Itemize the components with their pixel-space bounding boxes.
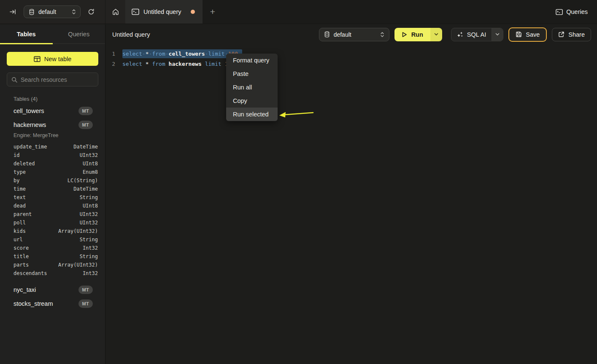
save-icon: [516, 31, 522, 38]
column-type: DateTime: [73, 144, 98, 150]
column-name: time: [14, 186, 26, 192]
table-name: cell_towers: [14, 108, 44, 114]
table-column-row: parent UInt32: [0, 210, 105, 218]
table-item-stocks-stream[interactable]: stocks_stream MT: [0, 297, 105, 310]
app-window: default: [0, 0, 597, 364]
tab-untitled-query[interactable]: Untitled query: [125, 0, 203, 24]
code-token: select: [122, 61, 142, 67]
column-type: UInt8: [83, 161, 98, 167]
sql-editor[interactable]: 1 select·*·from·cell_towers·limit·100· 2…: [106, 44, 597, 69]
column-name: title: [14, 253, 29, 259]
table-name: nyc_taxi: [14, 286, 36, 293]
engine-badge: MT: [78, 121, 93, 129]
code-token: limit: [205, 61, 222, 67]
chevron-down-icon: [495, 33, 500, 36]
queries-top-button[interactable]: Queries: [556, 0, 588, 24]
share-icon: [558, 31, 565, 38]
code-line-1: 1 select·*·from·cell_towers·limit·100·: [106, 49, 597, 59]
refresh-button[interactable]: [88, 8, 95, 15]
chevron-updown-icon: [72, 9, 76, 15]
table-item-cell-towers[interactable]: cell_towers MT: [0, 104, 105, 118]
column-name: id: [14, 152, 19, 158]
share-label: Share: [568, 31, 585, 38]
plus-icon: +: [210, 7, 215, 17]
editor-header: Untitled query default: [106, 24, 597, 44]
column-name: poll: [14, 220, 26, 226]
table-name: hackernews: [14, 121, 46, 128]
code-token: ·: [205, 51, 208, 57]
code-token: ·: [165, 51, 169, 57]
tab-label: Untitled query: [143, 8, 181, 15]
column-type: Array(UInt32): [58, 262, 98, 268]
context-menu-item[interactable]: Paste: [226, 67, 278, 81]
sidebar-tab-queries[interactable]: Queries: [53, 24, 105, 43]
refresh-icon: [88, 8, 95, 15]
table-column-row: parts Array(UInt32): [0, 261, 105, 269]
context-menu-item[interactable]: Run all: [226, 81, 278, 94]
table-column-row: kids Array(UInt32): [0, 227, 105, 235]
run-options-caret[interactable]: [430, 28, 442, 41]
sidebar-collapse-icon: [9, 8, 16, 15]
sql-ai-options-caret[interactable]: [492, 28, 503, 41]
column-type: String: [80, 237, 98, 243]
database-selector-editor[interactable]: default: [319, 28, 389, 41]
context-menu-item[interactable]: Copy: [226, 94, 278, 108]
column-type: UInt32: [80, 220, 98, 226]
code-line-2: 2 select * from hackernews limit 100: [106, 59, 597, 69]
sidebar-tab-queries-label: Queries: [68, 31, 89, 38]
run-button-group: Run: [394, 28, 442, 41]
column-name: url: [14, 237, 23, 243]
share-button[interactable]: Share: [552, 28, 591, 41]
sidebar-tab-tables[interactable]: Tables: [0, 24, 53, 43]
sql-ai-button-group: SQL AI: [451, 28, 503, 41]
sidebar-tab-tables-label: Tables: [17, 31, 36, 38]
hackernews-columns-list: update_time DateTime id UInt32 deleted U…: [0, 143, 105, 278]
sidebar-tabs: Tables Queries: [0, 24, 105, 44]
chevron-updown-icon: [380, 32, 384, 38]
home-button[interactable]: [105, 0, 125, 24]
column-name: deleted: [14, 161, 35, 167]
table-item-nyc-taxi[interactable]: nyc_taxi MT: [0, 283, 105, 297]
column-name: update_time: [14, 144, 47, 150]
column-type: String: [80, 194, 98, 200]
table-column-row: poll UInt32: [0, 218, 105, 227]
context-menu-item[interactable]: Run selected: [226, 108, 278, 121]
database-selector-value: default: [334, 31, 351, 38]
code-token: *: [146, 61, 149, 67]
column-type: UInt32: [80, 211, 98, 217]
column-name: dead: [14, 203, 26, 209]
save-button[interactable]: Save: [508, 27, 547, 42]
chevron-down-icon: [434, 33, 438, 36]
column-type: Int32: [83, 270, 98, 276]
engine-badge: MT: [78, 286, 93, 294]
search-resources-input[interactable]: [21, 76, 97, 83]
table-column-row: title String: [0, 252, 105, 261]
table-item-hackernews[interactable]: hackernews MT: [0, 118, 105, 132]
main-panel: Untitled query default: [106, 24, 597, 364]
top-bar-left: default: [0, 0, 105, 24]
new-tab-button[interactable]: +: [203, 0, 223, 24]
column-type: Enum8: [83, 169, 98, 175]
run-button[interactable]: Run: [394, 28, 430, 41]
sparkles-icon: [457, 31, 463, 38]
table-column-row: text String: [0, 193, 105, 202]
sql-ai-button[interactable]: SQL AI: [451, 28, 492, 41]
table-column-row: descendants Int32: [0, 269, 105, 278]
editor-context-menu: Format queryPasteRun allCopyRun selected: [226, 54, 278, 121]
new-table-label: New table: [44, 56, 71, 62]
code-token: *: [146, 51, 149, 57]
code-token: [142, 61, 146, 67]
table-column-row: url String: [0, 235, 105, 244]
new-table-button[interactable]: New table: [7, 52, 98, 66]
table-name: stocks_stream: [14, 300, 53, 307]
code-token: [202, 61, 205, 67]
collapse-sidebar-button[interactable]: [9, 8, 16, 15]
table-column-row: deleted UInt8: [0, 159, 105, 168]
column-name: descendants: [14, 270, 47, 276]
terminal-icon: [556, 9, 563, 15]
code-text: select·*·from·cell_towers·limit·100·: [122, 49, 242, 59]
context-menu-item[interactable]: Format query: [226, 54, 278, 67]
column-name: type: [14, 169, 26, 175]
database-selector-topbar[interactable]: default: [24, 5, 81, 18]
query-title: Untitled query: [112, 31, 150, 38]
